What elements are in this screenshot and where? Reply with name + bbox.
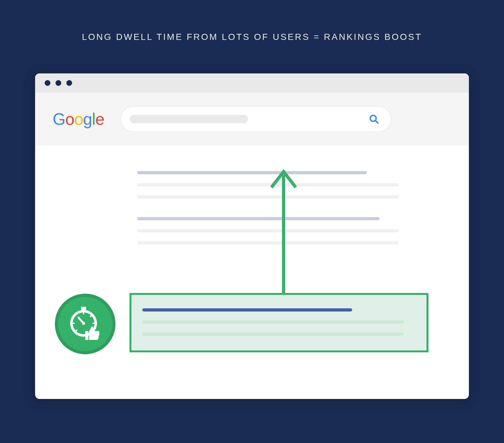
result-body-line (142, 320, 404, 324)
logo-letter: g (83, 109, 92, 129)
logo-letter: o (74, 109, 83, 129)
svg-line-11 (90, 316, 91, 317)
svg-line-1 (375, 121, 378, 123)
google-logo: G o o g l e (53, 109, 104, 129)
svg-line-12 (76, 330, 77, 331)
result-body-line (137, 241, 399, 244)
window-control-dot (66, 80, 72, 86)
result-body-line (137, 195, 399, 199)
browser-titlebar (35, 73, 469, 93)
logo-letter: e (95, 109, 104, 129)
search-result (137, 171, 431, 199)
logo-letter: G (53, 109, 65, 129)
window-control-dot (56, 80, 61, 86)
svg-rect-13 (85, 331, 88, 340)
result-body-line (137, 229, 399, 232)
logo-letter: l (92, 109, 95, 129)
window-control-dot (45, 80, 50, 86)
page-headline: LONG DWELL TIME FROM LOTS OF USERS = RAN… (0, 0, 504, 42)
search-input[interactable] (120, 106, 391, 132)
result-title-line (137, 217, 380, 220)
search-result (137, 217, 431, 244)
highlighted-search-result (130, 293, 428, 352)
svg-line-7 (78, 318, 84, 323)
stopwatch-thumbs-up-icon (66, 305, 104, 343)
search-icon[interactable] (368, 114, 379, 124)
browser-window: G o o g l e (35, 73, 469, 399)
result-title-line (137, 171, 367, 174)
dwell-time-badge (55, 294, 115, 354)
search-header: G o o g l e (35, 93, 469, 146)
logo-letter: o (65, 109, 74, 129)
search-query-placeholder (130, 115, 248, 123)
search-results (35, 146, 469, 244)
result-title-line (142, 308, 352, 312)
result-body-line (137, 183, 399, 186)
result-body-line (142, 333, 404, 336)
